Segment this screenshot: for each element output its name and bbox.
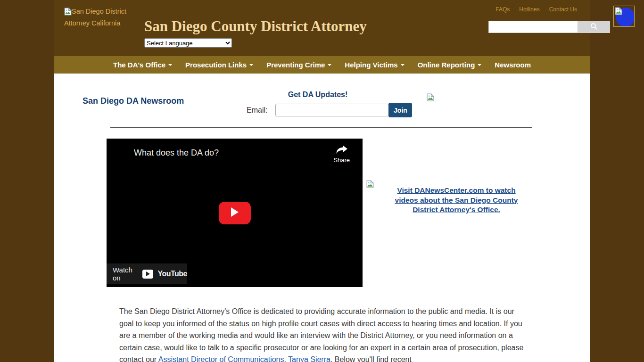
- da-updates-signup: Get DA Updates! Email: Join: [247, 90, 415, 117]
- email-input[interactable]: [275, 104, 389, 116]
- video-row: What does the DA do? Share Watch on YouT…: [54, 139, 590, 287]
- search-input[interactable]: [488, 21, 578, 33]
- broken-image-icon: [615, 7, 622, 17]
- nav-item-label: Prosecution Links: [185, 61, 247, 69]
- updates-title: Get DA Updates!: [247, 90, 415, 99]
- top-link-hotlines[interactable]: Hotlines: [519, 6, 539, 13]
- chevron-down-icon: [249, 64, 253, 66]
- site-title: San Diego County District Attorney: [144, 18, 367, 35]
- top-link-faqs[interactable]: FAQs: [495, 6, 510, 13]
- nav-item-the-das-office[interactable]: The DA's Office: [107, 56, 179, 74]
- video-title-link[interactable]: What does the DA do?: [134, 148, 219, 158]
- nav-item-label: Online Reporting: [418, 61, 475, 69]
- intro-text-before-link: The San Diego District Attorney's Office…: [119, 307, 523, 362]
- nav-item-prosecution-links[interactable]: Prosecution Links: [179, 56, 260, 74]
- youtube-wordmark: YouTube: [157, 270, 187, 278]
- utility-links: FAQs Hotlines Contact Us: [495, 6, 577, 13]
- chevron-down-icon: [328, 64, 331, 66]
- main-nav: The DA's Office Prosecution Links Preven…: [54, 56, 590, 74]
- chevron-down-icon: [401, 64, 405, 66]
- newsroom-header-row: San Diego DA Newsroom Get DA Updates! Em…: [54, 74, 590, 127]
- broken-image-icon: [64, 8, 72, 18]
- main-content: San Diego DA Newsroom Get DA Updates! Em…: [54, 74, 590, 362]
- intro-paragraph: The San Diego District Attorney's Office…: [119, 305, 525, 362]
- page: { "header": { "logo_alt_text": "San Dieg…: [0, 0, 644, 362]
- nav-item-label: The DA's Office: [113, 61, 165, 69]
- share-button[interactable]: Share: [333, 145, 350, 164]
- logo-alt-text: San Diego District Attorney California: [64, 8, 126, 27]
- chevron-down-icon: [168, 64, 172, 66]
- share-arrow-icon: [333, 145, 350, 155]
- page-container: San Diego District Attorney California S…: [54, 0, 590, 362]
- page-title: San Diego DA Newsroom: [83, 96, 184, 106]
- chevron-down-icon: [478, 64, 481, 66]
- email-label: Email:: [247, 106, 267, 115]
- broken-image-icon: [427, 93, 434, 103]
- watch-on-label: Watch on: [113, 266, 138, 282]
- nav-item-preventing-crime[interactable]: Preventing Crime: [260, 56, 338, 74]
- broken-image-icon: [366, 180, 374, 190]
- intro-text-after-link: Below you'll find recent: [332, 355, 412, 362]
- danewscenter-link[interactable]: Visit DANewsCenter.com to watch videos a…: [393, 186, 520, 215]
- language-select[interactable]: Select Language: [144, 38, 232, 48]
- divider: [110, 127, 532, 128]
- nav-item-online-reporting[interactable]: Online Reporting: [411, 56, 488, 74]
- share-label: Share: [333, 156, 350, 164]
- nav-item-newsroom[interactable]: Newsroom: [488, 56, 537, 74]
- youtube-video-player[interactable]: What does the DA do? Share Watch on YouT…: [107, 139, 363, 287]
- search-button[interactable]: [578, 21, 610, 33]
- communications-director-link[interactable]: Assistant Director of Communications, Ta…: [158, 355, 333, 362]
- nav-item-helping-victims[interactable]: Helping Victims: [338, 56, 411, 74]
- top-link-contact-us[interactable]: Contact Us: [549, 6, 577, 13]
- site-header: San Diego District Attorney California S…: [54, 0, 590, 56]
- youtube-logo-icon: [142, 270, 153, 279]
- danewscenter-promo: Visit DANewsCenter.com to watch videos a…: [363, 139, 590, 287]
- join-button[interactable]: Join: [388, 103, 412, 117]
- site-logo[interactable]: San Diego District Attorney California: [64, 7, 136, 28]
- watch-on-youtube-button[interactable]: Watch on YouTube: [107, 263, 187, 284]
- video-play-button[interactable]: [219, 202, 251, 224]
- nav-item-label: Preventing Crime: [266, 61, 325, 69]
- nav-item-label: Helping Victims: [345, 61, 397, 69]
- accessibility-widget[interactable]: [613, 6, 635, 27]
- email-signup-row: Email: Join: [247, 103, 415, 117]
- youtube-play-icon: [230, 206, 240, 219]
- search-bar: [488, 21, 610, 33]
- nav-item-label: Newsroom: [495, 61, 531, 69]
- magnifier-icon: [590, 23, 598, 32]
